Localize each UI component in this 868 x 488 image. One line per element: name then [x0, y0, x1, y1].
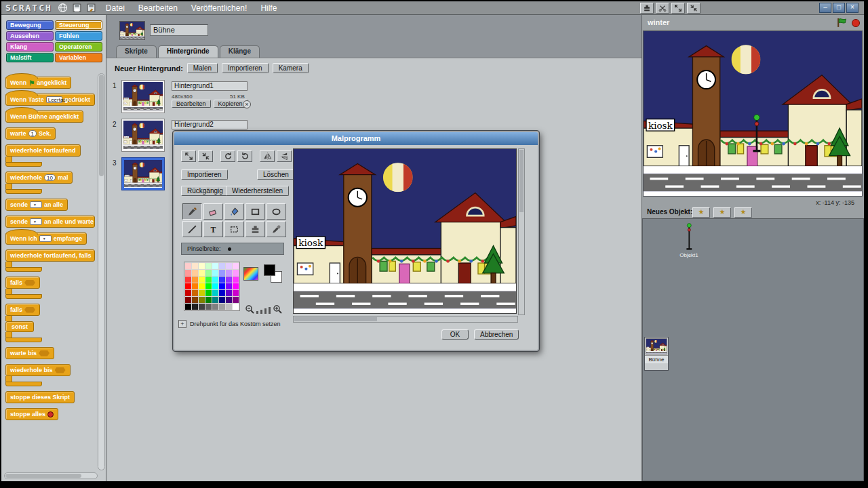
color-swatch[interactable]: [226, 297, 232, 303]
background-thumbnail[interactable]: kiosk: [122, 81, 164, 113]
palette-block[interactable]: wiederhole bis: [5, 364, 98, 386]
color-swatch[interactable]: [205, 283, 212, 289]
color-swatch[interactable]: [199, 290, 205, 296]
background-name-field[interactable]: Hintergrund1: [172, 81, 248, 91]
block-boolean-slot[interactable]: [39, 350, 50, 357]
color-swatch[interactable]: [212, 270, 218, 276]
palette-block[interactable]: wiederhole fortlaufend: [5, 144, 98, 167]
new-background-malen-button[interactable]: Malen: [187, 63, 218, 73]
tool-line[interactable]: [182, 221, 202, 237]
color-swatch[interactable]: [205, 277, 212, 283]
foreground-color-swatch[interactable]: [264, 264, 275, 276]
grow-button[interactable]: [181, 150, 196, 162]
color-swatch[interactable]: [233, 277, 239, 283]
color-swatch[interactable]: [205, 304, 212, 310]
sprite-objekt1[interactable]: Objekt1: [674, 223, 704, 261]
category-variablen[interactable]: Variablen: [55, 53, 102, 62]
new-background-kamera-button[interactable]: Kamera: [273, 63, 309, 73]
palette-block[interactable]: stoppe alles: [5, 408, 98, 420]
background-thumbnail[interactable]: kiosk: [122, 158, 164, 190]
delete-background-button[interactable]: ×: [243, 100, 251, 108]
color-swatch[interactable]: [233, 290, 239, 296]
color-swatch[interactable]: [233, 263, 239, 269]
stop-button[interactable]: [852, 19, 860, 27]
color-swatch[interactable]: [185, 270, 191, 276]
color-swatch[interactable]: [226, 277, 232, 283]
color-swatch[interactable]: [219, 290, 225, 296]
import-button[interactable]: Importieren: [181, 169, 228, 180]
color-swatch[interactable]: [185, 263, 191, 269]
tab-skripte[interactable]: Skripte: [116, 45, 157, 58]
block-boolean-slot[interactable]: [55, 367, 66, 373]
block-boolean-slot[interactable]: [24, 280, 35, 286]
color-swatch[interactable]: [212, 277, 218, 283]
palette-block[interactable]: Wenn TasteLeertastegedrückt: [5, 94, 98, 106]
close-window-button[interactable]: ×: [846, 3, 859, 13]
background-name-field[interactable]: Hintergrund2: [172, 120, 248, 129]
category-operatoren[interactable]: Operatoren: [55, 42, 102, 52]
color-swatch[interactable]: [226, 263, 232, 269]
new-background-importieren-button[interactable]: Importieren: [222, 63, 269, 73]
block-number-input[interactable]: 10: [44, 174, 56, 181]
palette-block[interactable]: Wenn⚑angeklickt: [5, 77, 98, 89]
tool-fill[interactable]: [224, 203, 244, 220]
edit-background-button[interactable]: Bearbeiten: [172, 100, 211, 108]
dialog-title[interactable]: Malprogramm: [174, 132, 538, 145]
color-swatch[interactable]: [199, 304, 205, 310]
color-swatch[interactable]: [226, 304, 232, 310]
palette-block[interactable]: Wenn Bühne angeklickt: [5, 110, 98, 123]
palette-vertical-scrollbar[interactable]: [98, 73, 105, 470]
flip-horizontal-button[interactable]: [260, 150, 275, 162]
category-klang[interactable]: Klang: [6, 42, 54, 52]
ok-button[interactable]: OK: [441, 329, 469, 340]
rotate-ccw-button[interactable]: [237, 150, 252, 162]
category-bewegung[interactable]: Bewegung: [6, 20, 54, 30]
zoom-in-icon[interactable]: [273, 304, 282, 314]
paint-new-sprite-button[interactable]: ★: [692, 207, 710, 218]
color-swatch[interactable]: [233, 270, 239, 276]
import-sprite-button[interactable]: ★: [713, 207, 731, 218]
color-swatch[interactable]: [233, 297, 239, 303]
color-swatch[interactable]: [205, 297, 212, 303]
palette-horizontal-scrollbar[interactable]: [4, 472, 98, 479]
brush-size-selector[interactable]: Pinselbreite:: [181, 243, 284, 255]
palette-block[interactable]: warte1Sek.: [5, 127, 98, 140]
palette-block[interactable]: sendean alle: [5, 199, 98, 211]
language-globe-icon[interactable]: [58, 3, 68, 13]
color-swatch[interactable]: [233, 304, 239, 310]
color-swatch[interactable]: [219, 263, 225, 269]
save-icon[interactable]: [72, 3, 82, 13]
color-swatch[interactable]: [205, 270, 212, 276]
color-swatch[interactable]: [199, 283, 205, 289]
color-swatch[interactable]: [199, 263, 205, 269]
grow-icon[interactable]: [671, 3, 685, 14]
zoom-level-bar[interactable]: [264, 308, 267, 314]
color-swatch[interactable]: [192, 290, 198, 296]
color-swatch[interactable]: [212, 297, 218, 303]
menu-item-hilfe[interactable]: Hilfe: [260, 3, 277, 13]
color-swatch[interactable]: [192, 263, 198, 269]
menu-item-bearbeiten[interactable]: Bearbeiten: [138, 3, 178, 13]
block-number-input[interactable]: 1: [28, 130, 37, 137]
color-swatch[interactable]: [199, 277, 205, 283]
color-swatch[interactable]: [219, 277, 225, 283]
surprise-sprite-button[interactable]: ★: [734, 207, 752, 218]
zoom-out-icon[interactable]: [245, 304, 254, 314]
color-swatch[interactable]: [192, 304, 198, 310]
duplicate-icon[interactable]: [640, 3, 654, 14]
color-swatch[interactable]: [219, 270, 225, 276]
block-dropdown[interactable]: Leertaste: [46, 96, 62, 103]
menu-item-datei[interactable]: Datei: [106, 3, 125, 13]
tool-stamp[interactable]: [245, 221, 265, 237]
canvas-horizontal-scrollbar[interactable]: [293, 316, 518, 323]
redo-button[interactable]: Wiederherstellen: [226, 186, 289, 196]
color-swatch[interactable]: [185, 304, 191, 310]
save-as-icon[interactable]: [86, 3, 96, 13]
tool-select[interactable]: [224, 221, 244, 237]
color-swatch[interactable]: [205, 263, 212, 269]
color-swatch[interactable]: [219, 297, 225, 303]
block-dropdown[interactable]: [30, 218, 42, 225]
tab-hintergründe[interactable]: Hintergründe: [158, 45, 218, 58]
block-dropdown[interactable]: [30, 201, 42, 208]
tool-rectangle[interactable]: [245, 203, 265, 220]
